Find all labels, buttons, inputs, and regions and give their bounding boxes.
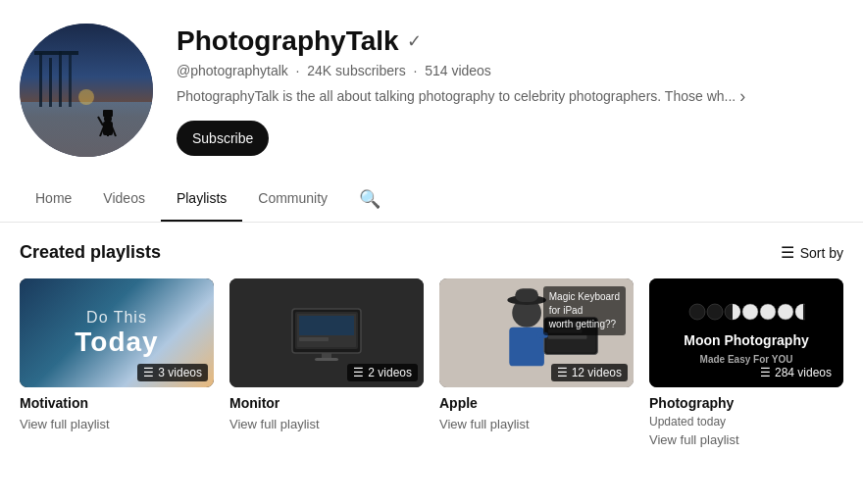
view-playlist-link[interactable]: View full playlist xyxy=(439,417,530,431)
svg-rect-5 xyxy=(69,55,72,107)
svg-rect-18 xyxy=(299,316,354,335)
channel-info: PhotographyTalk ✓ @photographytalk · 24K… xyxy=(177,25,843,156)
svg-point-33 xyxy=(689,304,705,320)
view-playlist-link[interactable]: View full playlist xyxy=(649,432,739,447)
channel-header: PhotographyTalk ✓ @photographytalk · 24K… xyxy=(0,0,863,176)
sort-button[interactable]: ☰ Sort by xyxy=(781,243,843,262)
playlist-thumbnail: ☰ 2 videos xyxy=(229,278,424,387)
verified-icon: ✓ xyxy=(407,30,422,52)
playlist-grid: Do This Today ☰ 3 videos Motivation View… xyxy=(20,278,843,448)
search-icon[interactable]: 🔍 xyxy=(351,180,388,218)
svg-rect-2 xyxy=(39,53,42,107)
svg-point-38 xyxy=(778,304,793,320)
expand-description-icon[interactable]: › xyxy=(739,86,745,107)
svg-rect-1 xyxy=(20,102,153,157)
list-item[interactable]: Do This Today ☰ 3 videos Motivation View… xyxy=(20,278,214,448)
playlist-thumbnail: Magic Keyboardfor iPadworth getting?? ☰ … xyxy=(439,278,634,387)
playlist-title: Photography xyxy=(649,395,843,411)
svg-rect-20 xyxy=(322,353,331,358)
svg-rect-4 xyxy=(59,51,62,107)
view-playlist-link[interactable]: View full playlist xyxy=(20,417,110,431)
svg-rect-21 xyxy=(315,358,338,361)
playlist-updated: Updated today xyxy=(649,415,843,428)
playlists-section: Created playlists ☰ Sort by Do This Toda… xyxy=(0,223,863,448)
playlist-title: Motivation xyxy=(20,395,214,411)
list-item[interactable]: Magic Keyboardfor iPadworth getting?? ☰ … xyxy=(439,278,634,448)
svg-rect-31 xyxy=(548,335,587,339)
tab-videos[interactable]: Videos xyxy=(87,176,161,222)
nav-tabs: Home Videos Playlists Community 🔍 xyxy=(0,176,863,223)
svg-rect-3 xyxy=(49,58,52,107)
svg-point-34 xyxy=(707,304,723,320)
svg-rect-19 xyxy=(299,337,329,341)
svg-rect-6 xyxy=(34,51,78,55)
list-item[interactable]: Moon PhotographyMade Easy For YOU ☰ 284 … xyxy=(649,278,843,448)
svg-rect-26 xyxy=(515,288,538,302)
list-item[interactable]: ☰ 2 videos Monitor View full playlist xyxy=(229,278,424,448)
svg-point-14 xyxy=(78,89,94,105)
svg-point-36 xyxy=(742,304,758,320)
tab-community[interactable]: Community xyxy=(242,176,343,222)
sort-icon: ☰ xyxy=(781,243,794,262)
playlist-thumbnail: Moon PhotographyMade Easy For YOU ☰ 284 … xyxy=(649,278,843,387)
svg-rect-11 xyxy=(103,122,113,135)
channel-meta: @photographytalk · 24K subscribers · 514… xyxy=(177,63,843,78)
channel-description: PhotographyTalk is the all about talking… xyxy=(177,86,843,107)
moon-phases xyxy=(687,300,805,324)
playlist-title: Monitor xyxy=(229,395,424,411)
section-header: Created playlists ☰ Sort by xyxy=(20,242,843,263)
subscribe-button[interactable]: Subscribe xyxy=(177,121,269,156)
view-playlist-link[interactable]: View full playlist xyxy=(229,417,320,431)
tab-home[interactable]: Home xyxy=(20,176,87,222)
video-count-badge: ☰ 284 videos xyxy=(754,364,838,381)
playlist-title: Apple xyxy=(439,395,634,411)
video-count-badge: ☰ 3 videos xyxy=(137,364,208,381)
video-count-badge: ☰ 2 videos xyxy=(347,364,418,381)
channel-name: PhotographyTalk xyxy=(177,25,399,57)
tab-playlists[interactable]: Playlists xyxy=(161,176,242,222)
svg-point-37 xyxy=(760,304,776,320)
playlist-thumbnail: Do This Today ☰ 3 videos xyxy=(20,278,214,387)
video-count-badge: ☰ 12 videos xyxy=(551,364,628,381)
avatar xyxy=(20,24,153,157)
svg-point-12 xyxy=(104,115,112,123)
section-title: Created playlists xyxy=(20,242,161,263)
